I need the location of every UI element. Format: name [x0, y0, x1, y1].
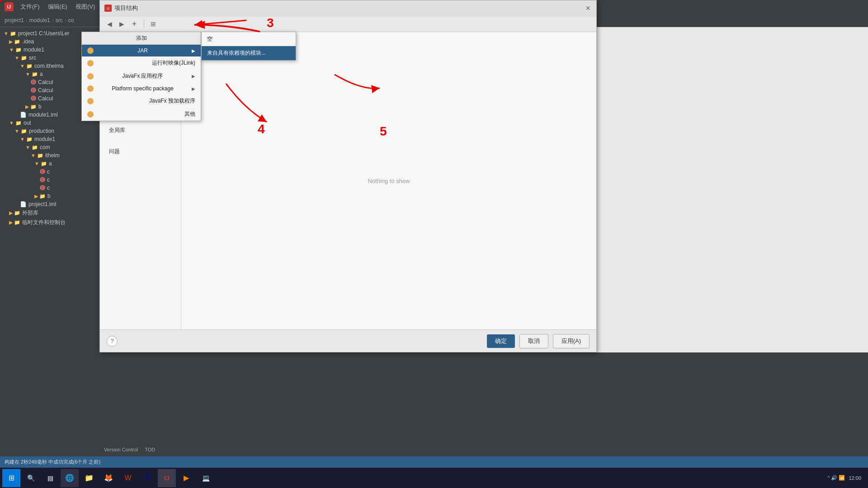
- windows-icon: ⊞: [9, 474, 14, 482]
- separator: [144, 19, 144, 28]
- java-icon: 🅒: [40, 185, 45, 191]
- menu-file[interactable]: 文件(F): [17, 1, 43, 13]
- status-text: 构建在 2秒248毫秒 中成功完成(6个月 之前): [5, 459, 100, 465]
- dropdown-javafx-preloader[interactable]: JavaFx 预加载程序: [82, 94, 201, 108]
- dropdown-javafx[interactable]: JavaFx 应用程序 ▶: [82, 70, 201, 83]
- java-icon: 🅒: [31, 79, 36, 85]
- dropdown-jar[interactable]: JAR ▶: [82, 45, 201, 56]
- tree-item[interactable]: ▼ 📁 module1: [0, 135, 99, 143]
- copy-button[interactable]: ⊞: [148, 19, 158, 29]
- settings-issues[interactable]: 问题: [100, 145, 181, 158]
- folder-icon: ▼ 📁: [31, 153, 43, 159]
- typora-button[interactable]: T: [138, 469, 156, 487]
- tree-item[interactable]: ▶ 📁 b: [0, 192, 99, 200]
- menu-view[interactable]: 视图(V): [72, 1, 99, 13]
- tree-item[interactable]: 🅒 c: [0, 176, 99, 184]
- nav-forward-button[interactable]: ▶: [117, 19, 127, 29]
- add-button[interactable]: +: [129, 19, 140, 29]
- dialog-logo: IJ: [104, 5, 112, 12]
- tree-item[interactable]: ▶ 📁 临时文件和控制台: [0, 218, 99, 227]
- folder-icon: ▼ 📁: [14, 128, 27, 134]
- terminal-button[interactable]: 💻: [197, 469, 215, 487]
- folder-icon: ▶ 📁: [9, 39, 20, 45]
- confirm-button[interactable]: 确定: [487, 334, 515, 348]
- tree-item[interactable]: ▼ 📁 a: [0, 160, 99, 168]
- folder-icon: ▶ 📁: [9, 220, 20, 225]
- chevron-icon: ▶: [192, 86, 195, 91]
- folder-icon: ▼ 📁: [34, 161, 47, 167]
- submenu-from-modules[interactable]: 来自具有依赖项的模块...: [202, 46, 296, 60]
- nothing-label: Nothing to show: [368, 178, 410, 184]
- vlc-icon: ▶: [184, 474, 189, 482]
- java-icon: 🅒: [40, 177, 45, 183]
- folder-icon: ▼ 📁: [25, 145, 38, 150]
- bottom-tabs: Version Control TOD: [99, 443, 280, 456]
- submenu-empty[interactable]: 空: [202, 32, 296, 46]
- ide-status-bar: 构建在 2秒248毫秒 中成功完成(6个月 之前): [0, 456, 868, 468]
- breadcrumb-src[interactable]: src: [56, 17, 63, 23]
- edge-button[interactable]: 🌐: [61, 469, 79, 487]
- folder-icon: ▼ 📁: [9, 47, 22, 53]
- dropdown-platform-specific[interactable]: Platform specific package ▶: [82, 83, 201, 94]
- tree-item[interactable]: ▼ 📁 com: [0, 143, 99, 151]
- folder-icon: ▶ 📁: [25, 104, 37, 110]
- taskbar: ⊞ 🔍 ▤ 🌐 📁 🦊 W T IJ ▶ 💻 ^ 🔊 📶 12:00: [0, 468, 868, 488]
- jlink-icon: [87, 60, 94, 66]
- content-panel: Nothing to show: [181, 32, 596, 329]
- folder-icon: ▼ 📁: [20, 136, 33, 142]
- clock: 12:00: [849, 475, 861, 481]
- tree-item[interactable]: 🅒 c: [0, 168, 99, 176]
- office-icon: W: [124, 474, 131, 482]
- java-icon: 🅒: [31, 95, 36, 102]
- folder-icon: ▼ 📁: [9, 120, 22, 126]
- firefox-button[interactable]: 🦊: [99, 469, 118, 487]
- office-button[interactable]: W: [119, 469, 137, 487]
- platform-icon: [87, 85, 94, 92]
- dialog-title: 项目结构: [114, 4, 138, 12]
- dialog-footer: ? 确定 取消 应用(A): [100, 329, 596, 352]
- dropdown-jlink[interactable]: 运行时映像(JLink): [82, 56, 201, 70]
- dialog-close-button[interactable]: ✕: [585, 5, 592, 12]
- search-button[interactable]: 🔍: [22, 469, 40, 487]
- version-control-tab[interactable]: Version Control: [104, 447, 138, 452]
- tree-item[interactable]: 🅒 c: [0, 184, 99, 192]
- iml-icon: 📄: [20, 201, 27, 207]
- tree-item[interactable]: ▶ 📁 外部库: [0, 208, 99, 218]
- tree-item[interactable]: 📄 project1.iml: [0, 200, 99, 208]
- breadcrumb-module[interactable]: module1: [29, 17, 50, 23]
- edge-icon: 🌐: [65, 474, 74, 482]
- javafx-icon: [87, 73, 94, 80]
- tray-icons: ^ 🔊 📶: [827, 475, 845, 481]
- folder-icon: ▶ 📁: [9, 210, 20, 216]
- folder-icon: ▶ 📁: [34, 193, 46, 199]
- cancel-button[interactable]: 取消: [519, 334, 548, 348]
- folder-icon: ▼ 📁: [25, 71, 38, 77]
- settings-global-library[interactable]: 全局库: [100, 124, 181, 136]
- dropdown-header: 添加: [82, 32, 201, 45]
- breadcrumb-project[interactable]: project1: [5, 17, 24, 23]
- dropdown-other[interactable]: 其他: [82, 108, 201, 121]
- taskview-button[interactable]: ▤: [41, 469, 59, 487]
- tod-tab[interactable]: TOD: [145, 447, 155, 452]
- java-icon: 🅒: [40, 169, 45, 175]
- chevron-icon: ▶: [192, 74, 195, 79]
- vlc-button[interactable]: ▶: [177, 469, 195, 487]
- jar-submenu: 空 来自具有依赖项的模块...: [201, 32, 296, 61]
- system-tray: ^ 🔊 📶 12:00: [827, 475, 866, 481]
- dialog-titlebar: IJ 项目结构 ✕: [100, 0, 596, 16]
- folder-icon: ▼ 📁: [20, 63, 33, 69]
- apply-button[interactable]: 应用(A): [553, 334, 590, 348]
- explorer-button[interactable]: 📁: [80, 469, 98, 487]
- folder-icon: ▼ 📁: [14, 55, 27, 61]
- tree-item[interactable]: ▼ 📁 itheim: [0, 151, 99, 160]
- other-icon: [87, 111, 94, 117]
- menu-edit[interactable]: 编辑(E): [44, 1, 71, 13]
- tree-item[interactable]: ▼ 📁 production: [0, 127, 99, 135]
- intellij-taskbar-button[interactable]: IJ: [158, 469, 176, 487]
- search-icon: 🔍: [27, 474, 35, 482]
- start-button[interactable]: ⊞: [2, 469, 20, 487]
- help-button[interactable]: ?: [107, 336, 118, 347]
- terminal-icon: 💻: [202, 474, 210, 482]
- breadcrumb-co[interactable]: co: [68, 17, 74, 23]
- nav-back-button[interactable]: ◀: [104, 19, 114, 29]
